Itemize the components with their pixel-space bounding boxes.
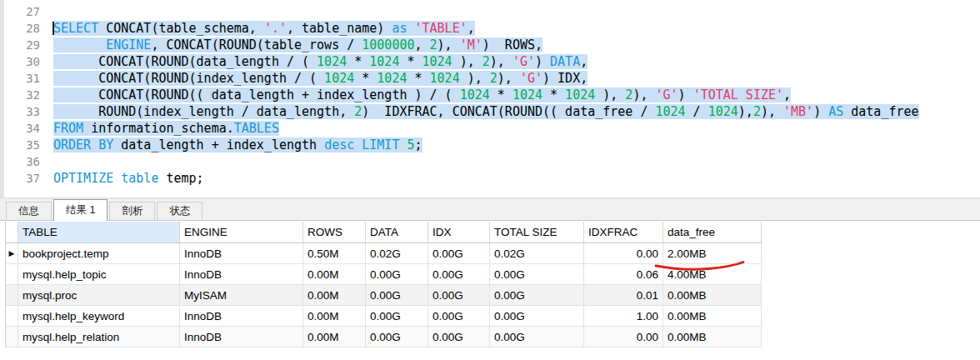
- code-text: ,: [415, 38, 430, 52]
- code-token-num: 1024: [317, 54, 347, 69]
- code-line[interactable]: [53, 3, 919, 20]
- column-header-idx[interactable]: IDX: [428, 222, 490, 243]
- cell-rows[interactable]: 0.00M: [303, 264, 366, 285]
- cell-engine[interactable]: InnoDB: [180, 327, 303, 348]
- code-token-str: 'G': [520, 71, 542, 86]
- cell-idx[interactable]: 0.00G: [428, 327, 490, 348]
- cell-total-size[interactable]: 0.00G: [490, 285, 584, 306]
- code-text: CONCAT(table_schema,: [98, 21, 264, 36]
- line-number: 30: [4, 53, 40, 70]
- cell-idxfrac[interactable]: 0.06: [584, 264, 663, 285]
- cell-idx[interactable]: 0.00G: [428, 306, 490, 327]
- code-token-kw: LIMIT: [362, 138, 399, 152]
- cell-idx[interactable]: 0.00G: [428, 285, 490, 306]
- row-indicator-header[interactable]: [6, 222, 18, 243]
- cell-data-free[interactable]: 2.00MB: [663, 243, 762, 264]
- code-line[interactable]: SELECT CONCAT(table_schema, '.', table_n…: [53, 20, 919, 37]
- cell-rows[interactable]: 0.00M: [303, 285, 366, 306]
- code-token-kw: AS: [828, 104, 843, 119]
- code-token-kw: FROM: [53, 121, 83, 136]
- code-text: CONCAT(ROUND(data_length / (: [53, 54, 317, 69]
- row-indicator-cell[interactable]: [6, 285, 18, 306]
- cell-data[interactable]: 0.00G: [366, 327, 428, 348]
- code-text: *: [542, 88, 565, 102]
- column-header-engine[interactable]: ENGINE: [180, 222, 303, 243]
- code-token-kw: DATA: [550, 54, 580, 69]
- cell-total-size[interactable]: 0.02G: [490, 243, 584, 264]
- cell-data[interactable]: 0.00G: [366, 264, 428, 285]
- result-tab-0[interactable]: 信息: [6, 202, 52, 220]
- cell-engine[interactable]: MyISAM: [180, 285, 303, 306]
- code-line[interactable]: OPTIMIZE table temp;: [53, 170, 919, 187]
- cell-table[interactable]: mysql.proc: [18, 285, 180, 306]
- cell-total-size[interactable]: 0.00G: [490, 306, 584, 327]
- cell-total-size[interactable]: 0.00G: [490, 264, 584, 285]
- cell-engine[interactable]: InnoDB: [180, 243, 303, 264]
- code-text: *: [399, 54, 422, 69]
- code-text: ),: [438, 38, 460, 52]
- code-line[interactable]: ORDER BY data_length + index_length desc…: [53, 137, 919, 153]
- code-line[interactable]: FROM information_schema.TABLES: [53, 120, 919, 137]
- table-row: mysql.help_relationInnoDB0.00M0.00G0.00G…: [6, 327, 762, 348]
- code-text: ) IDXFRAC, CONCAT(ROUND(( data_free /: [362, 104, 655, 119]
- sql-editor[interactable]: 2728293031323334353637 SELECT CONCAT(tab…: [0, 0, 980, 198]
- cell-table[interactable]: mysql.help_topic: [18, 264, 180, 285]
- line-number: 29: [4, 37, 40, 53]
- cell-table[interactable]: bookproject.temp: [18, 243, 180, 264]
- line-number: 32: [4, 87, 40, 103]
- code-line[interactable]: ROUND(index_length / data_length, 2) IDX…: [53, 103, 919, 120]
- cell-data-free[interactable]: 0.00MB: [663, 285, 762, 306]
- grid-header-row: TABLEENGINEROWSDATAIDXTOTAL SIZEIDXFRACd…: [6, 222, 762, 243]
- code-token-kw: TABLES: [234, 121, 279, 136]
- cell-data-free[interactable]: 0.00MB: [663, 306, 762, 327]
- result-tab-2[interactable]: 剖析: [109, 202, 155, 220]
- cell-idxfrac[interactable]: 0.01: [584, 285, 663, 306]
- cell-total-size[interactable]: 0.00G: [490, 327, 584, 348]
- line-number: 27: [4, 3, 40, 20]
- line-number: 28: [4, 20, 40, 37]
- line-number: 34: [4, 120, 40, 137]
- cell-idxfrac[interactable]: 0.00: [584, 243, 663, 264]
- cell-table[interactable]: mysql.help_relation: [18, 327, 180, 348]
- code-token-kw: ENGINE: [106, 38, 151, 52]
- cell-table[interactable]: mysql.help_keyword: [18, 306, 180, 327]
- cell-engine[interactable]: InnoDB: [180, 306, 303, 327]
- current-row-marker-icon: ▶: [9, 250, 15, 258]
- row-indicator-cell[interactable]: ▶: [6, 243, 18, 264]
- column-header-data[interactable]: DATA: [366, 222, 428, 243]
- cell-idxfrac[interactable]: 0.00: [584, 327, 663, 348]
- row-indicator-cell[interactable]: [6, 306, 18, 327]
- result-tab-1[interactable]: 结果 1: [53, 199, 108, 221]
- code-line[interactable]: CONCAT(ROUND(index_length / ( 1024 * 102…: [53, 70, 919, 87]
- cell-rows[interactable]: 0.00M: [303, 306, 366, 327]
- code-line[interactable]: CONCAT(ROUND(data_length / ( 1024 * 1024…: [53, 53, 919, 70]
- code-line[interactable]: [53, 153, 919, 170]
- cell-data-free[interactable]: 4.00MB: [663, 264, 762, 285]
- code-token-num: 2: [482, 54, 490, 69]
- cell-idx[interactable]: 0.00G: [428, 243, 490, 264]
- cell-idx[interactable]: 0.00G: [428, 264, 490, 285]
- column-header-rows[interactable]: ROWS: [303, 222, 366, 243]
- result-tab-3[interactable]: 状态: [157, 202, 202, 220]
- cell-data[interactable]: 0.00G: [366, 306, 428, 327]
- code-line[interactable]: CONCAT(ROUND(( data_length + index_lengt…: [53, 87, 919, 103]
- row-indicator-cell[interactable]: [6, 327, 18, 348]
- column-header-table[interactable]: TABLE: [18, 222, 180, 243]
- column-header-idxfrac[interactable]: IDXFRAC: [584, 222, 663, 243]
- cell-rows[interactable]: 0.50M: [303, 243, 366, 264]
- cell-idxfrac[interactable]: 1.00: [584, 306, 663, 327]
- cell-engine[interactable]: InnoDB: [180, 264, 303, 285]
- cell-data[interactable]: 0.02G: [366, 243, 428, 264]
- column-header-data-free[interactable]: data_free: [663, 222, 762, 243]
- row-indicator-cell[interactable]: [6, 264, 18, 285]
- line-number: 35: [4, 137, 40, 153]
- sql-code-area[interactable]: SELECT CONCAT(table_schema, '.', table_n…: [53, 3, 919, 187]
- column-header-total-size[interactable]: TOTAL SIZE: [490, 222, 584, 243]
- code-token-kw: as: [392, 21, 407, 36]
- cell-data[interactable]: 0.00G: [366, 285, 428, 306]
- code-line[interactable]: ENGINE, CONCAT(ROUND(table_rows / 100000…: [53, 37, 919, 53]
- code-text: *: [347, 54, 369, 69]
- code-token-num: 1024: [377, 71, 407, 86]
- cell-rows[interactable]: 0.00M: [303, 327, 366, 348]
- cell-data-free[interactable]: 0.00MB: [663, 327, 762, 348]
